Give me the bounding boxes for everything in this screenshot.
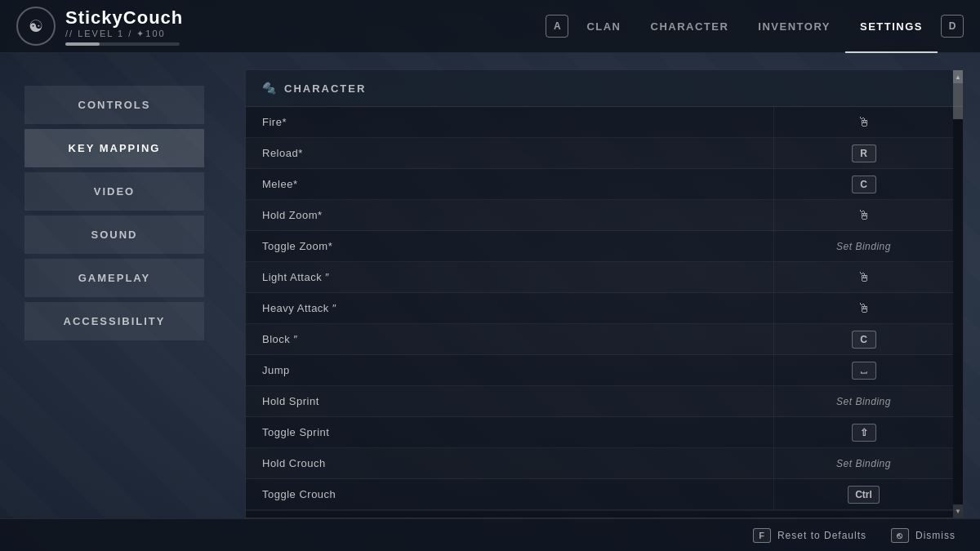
- binding-action: Fire*: [246, 116, 773, 128]
- binding-key[interactable]: 🖱: [773, 293, 953, 323]
- binding-table: Fire* 🖱 Reload* R Melee* C: [246, 107, 953, 510]
- legend-bar: FIRST PERSON / LIGHT VEHICLE THIRD PERSO…: [246, 510, 963, 518]
- logo-text: StickyCouch // LEVEL 1 / ✦100: [65, 7, 183, 46]
- progress-bar-container: [65, 42, 180, 46]
- mouse-icon: 🖱: [858, 115, 871, 130]
- nav-item-character[interactable]: CHARACTER: [636, 0, 744, 53]
- logo-icon: ☯: [16, 7, 56, 46]
- table-row: Toggle Sprint ⇧: [246, 417, 953, 448]
- sidebar-item-video[interactable]: VIDEO: [24, 172, 204, 211]
- key-badge: C: [852, 176, 876, 193]
- binding-action: Toggle Zoom*: [246, 240, 773, 252]
- sidebar-item-accessibility[interactable]: ACCESSIBILITY: [24, 302, 204, 340]
- binding-action: Melee*: [246, 178, 773, 190]
- scrollbar-thumb[interactable]: [953, 70, 963, 119]
- mouse-icon: 🖱: [858, 270, 871, 285]
- mouse-icon: 🖱: [858, 301, 871, 316]
- scroll-down-arrow[interactable]: ▼: [953, 504, 963, 518]
- progress-bar-fill: [65, 42, 100, 46]
- binding-key[interactable]: ⎵: [773, 355, 953, 385]
- section-icon: 🔩: [262, 82, 276, 95]
- nav-item-clan[interactable]: CLAN: [572, 0, 635, 53]
- binding-action: Jump: [246, 364, 773, 376]
- main-layout: CONTROLS KEY MAPPING VIDEO SOUND GAMEPLA…: [0, 53, 980, 518]
- app-subtitle: // LEVEL 1 / ✦100: [65, 29, 183, 39]
- table-row: Hold Sprint Set Binding: [246, 386, 953, 417]
- binding-key[interactable]: 🖱: [773, 262, 953, 292]
- dismiss-label: Dismiss: [915, 530, 956, 541]
- table-row: Block ″ C: [246, 324, 953, 355]
- binding-key[interactable]: Set Binding: [773, 231, 953, 261]
- keymapping-container: 🔩 CHARACTER Fire* 🖱 Reload* R: [245, 69, 964, 518]
- key-badge: Ctrl: [848, 486, 880, 504]
- binding-key[interactable]: Ctrl: [773, 479, 953, 509]
- binding-key[interactable]: R: [773, 138, 953, 168]
- section-title: CHARACTER: [284, 82, 366, 95]
- binding-key[interactable]: Set Binding: [773, 386, 953, 416]
- dismiss-button[interactable]: ⎋ Dismiss: [891, 528, 956, 543]
- nav-item-inventory[interactable]: INVENTORY: [743, 0, 845, 53]
- reset-key: F: [753, 528, 771, 543]
- table-row: Hold Crouch Set Binding: [246, 448, 953, 479]
- binding-key[interactable]: ⇧: [773, 417, 953, 447]
- table-row: Jump ⎵: [246, 355, 953, 386]
- sidebar-item-key-mapping[interactable]: KEY MAPPING: [24, 129, 204, 167]
- set-binding-button[interactable]: Set Binding: [836, 396, 891, 407]
- mouse-icon: 🖱: [858, 208, 871, 223]
- sidebar-item-gameplay[interactable]: GAMEPLAY: [24, 259, 204, 297]
- binding-action: Block ″: [246, 333, 773, 345]
- nav-right-icon: D: [941, 15, 964, 38]
- logo-area: ☯ StickyCouch // LEVEL 1 / ✦100: [16, 7, 220, 46]
- sidebar-item-sound[interactable]: SOUND: [24, 216, 204, 254]
- table-row: Heavy Attack ″ 🖱: [246, 293, 953, 324]
- set-binding-button[interactable]: Set Binding: [836, 241, 891, 252]
- scrollbar-track[interactable]: ▲ ▼: [953, 70, 963, 518]
- binding-action: Reload*: [246, 147, 773, 159]
- sidebar-item-controls[interactable]: CONTROLS: [24, 86, 204, 124]
- header: ☯ StickyCouch // LEVEL 1 / ✦100 A CLAN C…: [0, 0, 980, 53]
- table-row: Melee* C: [246, 169, 953, 200]
- nav-left-icon: A: [546, 15, 568, 38]
- set-binding-button[interactable]: Set Binding: [836, 458, 891, 469]
- table-row: Hold Zoom* 🖱: [246, 200, 953, 231]
- footer: F Reset to Defaults ⎋ Dismiss: [0, 518, 980, 551]
- nav: A CLAN CHARACTER INVENTORY SETTINGS D: [546, 0, 964, 53]
- binding-key[interactable]: Set Binding: [773, 448, 953, 478]
- binding-key[interactable]: C: [773, 169, 953, 199]
- app-title: StickyCouch: [65, 7, 183, 29]
- key-badge: ⎵: [852, 362, 876, 380]
- binding-key[interactable]: C: [773, 324, 953, 354]
- binding-action: Toggle Crouch: [246, 488, 773, 500]
- table-row: Toggle Zoom* Set Binding: [246, 231, 953, 262]
- binding-action: Hold Sprint: [246, 395, 773, 407]
- binding-key[interactable]: 🖱: [773, 107, 953, 137]
- dismiss-key: ⎋: [891, 528, 909, 543]
- table-row: Toggle Crouch Ctrl: [246, 479, 953, 510]
- content-area: 🔩 CHARACTER Fire* 🖱 Reload* R: [229, 53, 980, 518]
- side-expand-arrow[interactable]: ▶: [963, 278, 964, 310]
- key-badge: C: [852, 331, 876, 349]
- table-row: Reload* R: [246, 138, 953, 169]
- key-badge: ⇧: [852, 424, 876, 442]
- nav-item-settings[interactable]: SETTINGS: [845, 0, 938, 53]
- section-header: 🔩 CHARACTER: [246, 70, 963, 107]
- binding-action: Heavy Attack ″: [246, 302, 773, 314]
- sidebar: CONTROLS KEY MAPPING VIDEO SOUND GAMEPLA…: [0, 53, 229, 518]
- binding-action: Hold Zoom*: [246, 209, 773, 221]
- reset-to-defaults-button[interactable]: F Reset to Defaults: [753, 528, 866, 543]
- binding-action: Toggle Sprint: [246, 426, 773, 438]
- reset-label: Reset to Defaults: [777, 530, 866, 541]
- table-row: Light Attack ″ 🖱: [246, 262, 953, 293]
- binding-action: Light Attack ″: [246, 271, 773, 283]
- binding-action: Hold Crouch: [246, 457, 773, 469]
- key-badge: R: [852, 144, 876, 162]
- table-row: Fire* 🖱: [246, 107, 953, 138]
- binding-key[interactable]: 🖱: [773, 200, 953, 230]
